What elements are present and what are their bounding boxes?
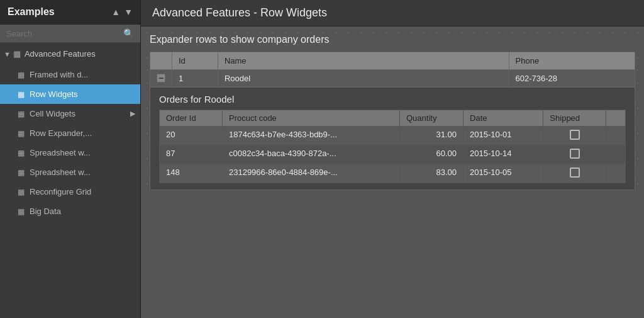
sidebar-item-label-spreadsheet1: Spreadsheet w... [30, 148, 91, 157]
item-icon-framed: ▦ [18, 71, 25, 79]
sub-product-code-2: 23129966-86e0-4884-869e-... [222, 164, 399, 183]
sub-quantity-0: 31.00 [399, 127, 463, 145]
sub-shipped-1 [543, 145, 606, 164]
item-icon-row-widgets: ▦ [18, 90, 25, 99]
main-panel: Advanced Features - Row Widgets Expander… [141, 0, 644, 318]
sub-order-id-1: 87 [160, 145, 223, 164]
sidebar-item-label-big-data: Big Data [30, 207, 61, 216]
sidebar-item-row-widgets[interactable]: ▦ Row Widgets [0, 84, 140, 104]
section-label: Advanced Features [25, 49, 96, 59]
sidebar-header: Examples ▲ ▼ [0, 0, 140, 25]
sub-col-quantity: Quantity [399, 110, 463, 127]
search-bar: 🔍 [0, 25, 140, 43]
sub-table-header-row: Order Id Procuct code Quantity Date Ship… [160, 110, 626, 127]
sub-quantity-1: 60.00 [399, 145, 463, 164]
section-arrow: ▼ [4, 50, 11, 58]
sidebar-item-label-cell-widgets: Cell Widgets [30, 109, 75, 118]
outer-col-id: Id [172, 52, 218, 70]
sidebar-title: Examples [8, 6, 55, 18]
row-name-cell: Roodel [218, 70, 509, 88]
sub-col-shipped: Shipped [543, 110, 606, 127]
sub-table-row: 148 23129966-86e0-4884-869e-... 83.00 20… [160, 164, 626, 183]
sidebar-section-advanced-features[interactable]: ▼ ▦ Advanced Features [0, 43, 140, 65]
sub-shipped-2 [543, 164, 606, 183]
sub-product-code-1: c0082c34-baca-4390-872a-... [222, 145, 399, 164]
sub-extra-2 [606, 164, 626, 183]
sub-shipped-0 [543, 127, 606, 145]
grid-background: Expander rows to show company orders Id … [141, 26, 644, 198]
sidebar: Examples ▲ ▼ 🔍 ▼ ▦ Advanced Features ▦ F… [0, 0, 141, 318]
sidebar-item-label-spreadsheet2: Spreadsheet w... [30, 168, 91, 177]
row-id-cell: 1 [172, 70, 218, 88]
row-expander-cell: − [150, 70, 172, 88]
main-title: Advanced Features - Row Widgets [152, 6, 327, 19]
sidebar-item-label-row-expander: Row Expander,... [30, 128, 92, 138]
sub-order-id-0: 20 [160, 127, 223, 145]
shipped-checkbox-1[interactable] [570, 149, 580, 159]
sub-date-1: 2015-10-14 [464, 145, 543, 164]
shipped-checkbox-0[interactable] [570, 130, 580, 140]
search-icon: 🔍 [123, 28, 134, 38]
outer-col-phone: Phone [509, 52, 635, 70]
sidebar-item-row-expander[interactable]: ▦ Row Expander,... [0, 123, 140, 143]
outer-col-expander [150, 52, 172, 70]
sub-extra-1 [606, 145, 626, 164]
row-collapse-button[interactable]: − [157, 74, 165, 82]
outer-table: Id Name Phone − 1 Roodel 602-736-28 [150, 52, 635, 190]
sub-order-id-2: 148 [160, 164, 223, 183]
sidebar-item-label-framed: Framed with d... [30, 70, 88, 79]
sidebar-item-cell-widgets[interactable]: ▦ Cell Widgets ▶ [0, 104, 140, 123]
sidebar-item-framed[interactable]: ▦ Framed with d... [0, 65, 140, 84]
item-icon-spreadsheet1: ▦ [18, 149, 25, 157]
sub-date-2: 2015-10-05 [464, 164, 543, 183]
sub-table-row: 20 1874c634-b7ee-4363-bdb9-... 31.00 201… [160, 127, 626, 145]
sidebar-item-reconfigure[interactable]: ▦ Reconfigure Grid [0, 182, 140, 202]
shipped-checkbox-2[interactable] [570, 168, 580, 178]
sub-col-extra [606, 110, 626, 127]
outer-table-header-row: Id Name Phone [150, 52, 635, 70]
sub-table-container: Orders for Roodel Order Id Procuct code … [150, 88, 635, 190]
sidebar-header-controls: ▲ ▼ [111, 7, 133, 17]
sub-col-order-id: Order Id [160, 110, 223, 127]
outer-col-name: Name [218, 52, 509, 70]
sidebar-item-spreadsheet1[interactable]: ▦ Spreadsheet w... [0, 143, 140, 162]
row-phone-cell: 602-736-28 [509, 70, 635, 88]
sidebar-item-spreadsheet2[interactable]: ▦ Spreadsheet w... [0, 162, 140, 182]
sidebar-item-label-row-widgets: Row Widgets [30, 89, 78, 99]
sub-product-code-0: 1874c634-b7ee-4363-bdb9-... [222, 127, 399, 145]
sub-table: Order Id Procuct code Quantity Date Ship… [159, 110, 626, 183]
item-icon-row-expander: ▦ [18, 129, 25, 138]
section-title: Expander rows to show company orders [150, 34, 635, 45]
search-input[interactable] [6, 29, 123, 38]
sidebar-item-big-data[interactable]: ▦ Big Data [0, 202, 140, 221]
sidebar-item-label-reconfigure: Reconfigure Grid [30, 187, 91, 196]
sidebar-collapse-icon[interactable]: ▲ [111, 7, 120, 17]
expanded-sub-row: Orders for Roodel Order Id Procuct code … [150, 88, 635, 190]
sub-col-date: Date [464, 110, 543, 127]
section-grid-icon: ▦ [13, 49, 21, 59]
item-icon-cell-widgets: ▦ [18, 110, 25, 118]
sub-table-title: Orders for Roodel [159, 94, 626, 105]
item-icon-spreadsheet2: ▦ [18, 168, 25, 177]
sidebar-expand-icon[interactable]: ▼ [124, 7, 133, 17]
item-icon-big-data: ▦ [18, 207, 25, 216]
sub-col-product-code: Procuct code [222, 110, 399, 127]
main-header: Advanced Features - Row Widgets [141, 0, 644, 26]
sub-table-row: 87 c0082c34-baca-4390-872a-... 60.00 201… [160, 145, 626, 164]
item-icon-reconfigure: ▦ [18, 188, 25, 196]
main-content: Expander rows to show company orders Id … [141, 26, 644, 318]
sub-quantity-2: 83.00 [399, 164, 463, 183]
cell-widgets-expand-arrow: ▶ [130, 110, 135, 118]
sub-extra-0 [606, 127, 626, 145]
sub-date-0: 2015-10-01 [464, 127, 543, 145]
table-row: − 1 Roodel 602-736-28 [150, 70, 635, 88]
